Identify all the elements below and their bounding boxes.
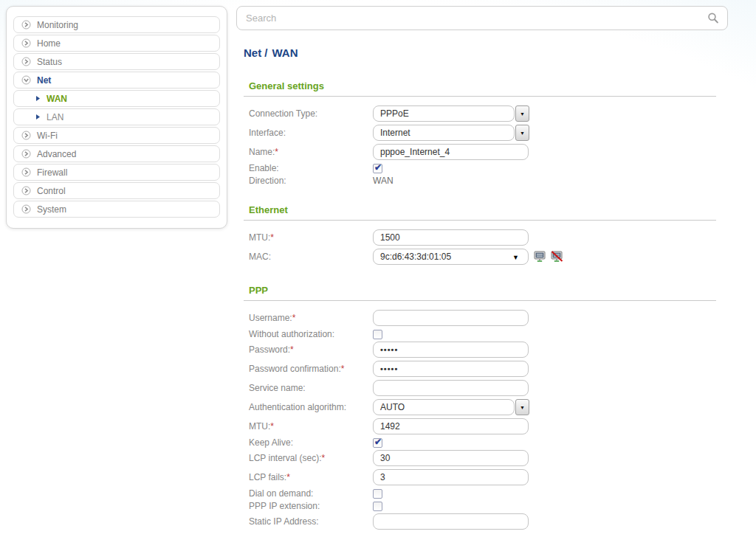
wan-settings-form: General settings Connection Type: PPPoE … bbox=[236, 79, 728, 537]
username-label: Username: bbox=[249, 313, 292, 323]
sidebar-item-system[interactable]: System bbox=[13, 201, 220, 218]
password-label: Password: bbox=[249, 344, 290, 355]
lcp-interval-field[interactable] bbox=[373, 450, 529, 466]
password-confirmation-field[interactable] bbox=[373, 361, 529, 377]
ethernet-mtu-row: MTU:* bbox=[249, 229, 716, 246]
ethernet-mtu-field[interactable] bbox=[373, 229, 529, 246]
sidebar-item-label: LAN bbox=[47, 112, 63, 122]
sidebar-item-advanced[interactable]: Advanced bbox=[13, 145, 220, 162]
section-ppp: PPP Username:* Without authorization: ✔ … bbox=[244, 283, 716, 537]
sidebar-item-wifi[interactable]: Wi-Fi bbox=[13, 127, 220, 144]
keep-alive-checkbox[interactable]: ✔ bbox=[373, 438, 382, 448]
direction-row: Direction: WAN bbox=[249, 176, 716, 186]
chevron-circle-icon bbox=[21, 57, 31, 66]
authentication-algorithm-select[interactable]: AUTO ▼ bbox=[373, 399, 529, 415]
sidebar-item-status[interactable]: Status bbox=[13, 53, 220, 70]
required-marker: * bbox=[341, 364, 345, 374]
restore-default-mac-icon[interactable] bbox=[551, 251, 563, 263]
required-marker: * bbox=[290, 344, 294, 355]
sidebar-item-home[interactable]: Home bbox=[13, 35, 220, 52]
name-field[interactable] bbox=[373, 144, 529, 160]
clone-mac-icon[interactable] bbox=[534, 251, 546, 263]
search-input[interactable] bbox=[237, 7, 727, 30]
lcp-fails-field[interactable] bbox=[373, 469, 529, 485]
authentication-algorithm-row: Authentication algorithm: AUTO ▼ bbox=[249, 399, 716, 415]
dropdown-arrow-button[interactable]: ▼ bbox=[515, 105, 529, 122]
mtu-label: MTU: bbox=[249, 232, 270, 243]
required-marker: * bbox=[292, 313, 296, 323]
enable-row: Enable: ✔ bbox=[249, 163, 716, 173]
ppp-mtu-field[interactable] bbox=[373, 418, 529, 434]
static-ip-address-field[interactable] bbox=[373, 513, 529, 530]
required-marker: * bbox=[270, 232, 274, 243]
required-marker: * bbox=[275, 147, 278, 157]
sidebar-item-label: Monitoring bbox=[37, 20, 78, 30]
dial-on-demand-checkbox[interactable]: ✔ bbox=[373, 489, 382, 499]
main-content: Net /WAN General settings Connection Typ… bbox=[236, 6, 728, 537]
breadcrumb: Net /WAN bbox=[244, 46, 728, 59]
arrow-right-icon bbox=[35, 114, 41, 120]
sidebar-item-control[interactable]: Control bbox=[13, 182, 220, 199]
keep-alive-row: Keep Alive: ✔ bbox=[249, 437, 716, 448]
required-marker: * bbox=[286, 472, 290, 482]
sidebar-item-lan[interactable]: LAN bbox=[13, 108, 220, 125]
check-icon: ✔ bbox=[374, 437, 382, 446]
chevron-circle-icon bbox=[21, 204, 31, 214]
section-title: General settings bbox=[249, 80, 324, 91]
chevron-down-circle-icon bbox=[21, 75, 31, 85]
sidebar-item-label: Control bbox=[37, 186, 66, 196]
ppp-ip-extension-checkbox[interactable]: ✔ bbox=[373, 502, 382, 511]
sidebar-item-label: Firewall bbox=[37, 167, 67, 178]
connection-type-select[interactable]: PPPoE ▼ bbox=[373, 105, 529, 122]
service-name-field[interactable] bbox=[373, 380, 529, 396]
without-authorization-label: Without authorization: bbox=[249, 329, 373, 339]
enable-label: Enable: bbox=[249, 163, 373, 173]
without-authorization-checkbox[interactable]: ✔ bbox=[373, 330, 382, 339]
mac-select[interactable]: 9c:d6:43:3d:01:05 ▼ bbox=[373, 249, 529, 265]
section-general-settings: General settings Connection Type: PPPoE … bbox=[244, 79, 716, 186]
interface-row: Interface: Internet ▼ bbox=[249, 125, 716, 141]
username-field[interactable] bbox=[373, 310, 529, 326]
chevron-circle-icon bbox=[21, 20, 31, 30]
interface-select[interactable]: Internet ▼ bbox=[373, 125, 529, 141]
dropdown-arrow-button[interactable]: ▼ bbox=[515, 399, 529, 415]
mtu-label: MTU: bbox=[249, 421, 270, 432]
chevron-circle-icon bbox=[21, 186, 31, 195]
name-label: Name: bbox=[249, 147, 275, 157]
chevron-down-icon: ▼ bbox=[520, 111, 525, 117]
dial-on-demand-row: Dial on demand: ✔ bbox=[249, 488, 716, 499]
sidebar-item-label: Net bbox=[37, 75, 51, 86]
service-name-row: Service name: bbox=[249, 380, 716, 396]
required-marker: * bbox=[270, 421, 274, 432]
direction-label: Direction: bbox=[249, 176, 373, 186]
section-title: PPP bbox=[249, 285, 268, 296]
sidebar-item-label: WAN bbox=[47, 94, 67, 104]
name-row: Name:* bbox=[249, 144, 716, 160]
password-confirmation-row: Password confirmation:* bbox=[249, 361, 716, 377]
sidebar-item-wan[interactable]: WAN bbox=[13, 90, 220, 107]
static-ip-address-label: Static IP Address: bbox=[249, 516, 373, 527]
enable-checkbox[interactable]: ✔ bbox=[373, 164, 382, 173]
section-ethernet: Ethernet MTU:* MAC: 9c:d6:43:3d:01:05 ▼ bbox=[244, 203, 716, 265]
search-icon[interactable] bbox=[706, 11, 721, 29]
ppp-debug-row: PPP debug: bbox=[249, 533, 716, 537]
connection-type-row: Connection Type: PPPoE ▼ bbox=[249, 105, 716, 122]
ppp-ip-extension-row: PPP IP extension: ✔ bbox=[249, 501, 716, 511]
sidebar-item-monitoring[interactable]: Monitoring bbox=[13, 16, 220, 33]
sidebar-item-net[interactable]: Net bbox=[13, 72, 220, 89]
chevron-circle-icon bbox=[21, 38, 31, 48]
chevron-down-icon: ▼ bbox=[520, 131, 525, 136]
without-authorization-row: Without authorization: ✔ bbox=[249, 329, 716, 339]
sidebar-item-firewall[interactable]: Firewall bbox=[13, 164, 220, 181]
section-title: Ethernet bbox=[249, 204, 288, 215]
ppp-mtu-row: MTU:* bbox=[249, 418, 716, 434]
chevron-circle-icon bbox=[21, 149, 31, 159]
service-name-label: Service name: bbox=[249, 383, 373, 393]
username-row: Username:* bbox=[249, 310, 716, 326]
breadcrumb-section[interactable]: Net / bbox=[244, 46, 268, 59]
check-icon: ✔ bbox=[374, 163, 382, 172]
chevron-circle-icon bbox=[21, 167, 31, 177]
interface-label: Interface: bbox=[249, 128, 373, 138]
password-field[interactable] bbox=[373, 342, 529, 358]
dropdown-arrow-button[interactable]: ▼ bbox=[515, 125, 529, 141]
